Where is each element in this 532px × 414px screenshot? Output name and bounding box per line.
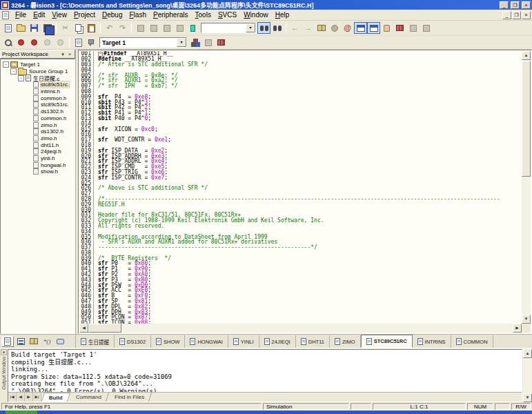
output-tab-build[interactable]: Build [41, 393, 70, 402]
output-vertical-scrollbar[interactable]: ▲ ▼ [523, 349, 532, 402]
code-line[interactable]: 024sfr ISP_CONTR = 0xe7; [79, 175, 522, 180]
code-line[interactable]: 026/* Above is STC additional SFR */ [79, 186, 522, 191]
file-tab-7[interactable]: ZIMO [330, 335, 361, 348]
output-close-icon[interactable]: × [1, 349, 7, 355]
coverage-button[interactable] [406, 22, 420, 34]
tree-item-header[interactable]: stc89c51rc. [1, 81, 75, 88]
prev-bookmark-button[interactable] [173, 22, 186, 34]
templates-tab[interactable] [54, 336, 66, 347]
code-line[interactable]: 007/* sfr IPH = 0xb7; */ [79, 83, 522, 89]
tree-item-header[interactable]: show.h [1, 168, 75, 175]
mdi-minimize-button[interactable]: _ [502, 11, 511, 19]
options-for-target-button[interactable] [188, 37, 201, 48]
workspace-menu-icon[interactable]: ▾ [59, 51, 66, 58]
find-button[interactable] [270, 22, 284, 34]
code-line[interactable]: 037-------------------------------------… [79, 245, 522, 250]
translate-file-button[interactable] [72, 37, 85, 48]
kill-all-breakpoints-button[interactable] [54, 37, 67, 48]
tree-item-header[interactable]: common.h [1, 95, 75, 101]
code-line[interactable]: 015sfr XICON = 0xc0; [79, 126, 522, 132]
unindent-button[interactable] [147, 22, 160, 34]
menu-item-view[interactable]: View [48, 10, 70, 19]
save-button[interactable] [28, 22, 41, 34]
code-line[interactable]: 033All rights reserved. [79, 224, 522, 229]
debug-session-button[interactable] [1, 37, 14, 48]
find-combobox[interactable]: ▾ [201, 23, 256, 33]
tree-expander-icon[interactable]: - [3, 61, 9, 68]
workspace-close-icon[interactable]: × [66, 51, 73, 58]
file-tab-8[interactable]: STC89C51RC [361, 335, 413, 348]
tree-item-source-file[interactable]: -生日提醒.c [1, 75, 75, 81]
menu-item-window[interactable]: Window [240, 10, 272, 19]
scroll-left-button[interactable]: ◀ [79, 324, 88, 333]
insert-breakpoint-button[interactable] [14, 37, 28, 48]
output-window-toggle-button[interactable] [367, 22, 380, 34]
tree-item-header[interactable]: dht11.h [1, 141, 75, 148]
find-dropdown-button[interactable]: ▾ [246, 23, 255, 32]
open-file-button[interactable] [14, 22, 28, 34]
paste-button[interactable] [85, 22, 98, 34]
mdi-restore-button[interactable]: ❐ [512, 11, 521, 19]
memory-window-button[interactable] [380, 22, 393, 34]
tree-item-header[interactable]: zimo.h [1, 135, 75, 142]
next-bookmark-button[interactable] [160, 22, 173, 34]
back-button[interactable]: ← [288, 22, 302, 34]
cut-button[interactable]: ✂ [59, 22, 72, 34]
tree-item-header[interactable]: yinli.h [1, 155, 75, 162]
books-tab[interactable] [28, 336, 40, 347]
source-browser-button[interactable] [315, 22, 328, 34]
code-lines[interactable]: 001−#ifndef __AT89X51_H__002#define __AT… [79, 51, 522, 324]
vertical-scroll-thumb[interactable] [522, 61, 531, 177]
menu-item-flash[interactable]: Flash [126, 10, 149, 19]
editor-vertical-scrollbar[interactable]: ▲ ▼ [522, 51, 531, 324]
menu-item-help[interactable]: Help [272, 10, 293, 19]
output-scroll-up-button[interactable]: ▲ [523, 349, 532, 358]
tree-item-header[interactable]: 24jieqi.h [1, 148, 75, 155]
output-tab-find-in-files[interactable]: Find in Files [108, 393, 152, 402]
enable-breakpoint-button[interactable] [28, 37, 41, 48]
menu-item-project[interactable]: Project [70, 10, 99, 19]
functions-tab[interactable]: *() [41, 336, 53, 347]
output-tab-command[interactable]: Command [69, 393, 109, 402]
file-tab-6[interactable]: DHT11 [296, 335, 330, 348]
target-combobox[interactable]: Target 1 ▾ [99, 37, 187, 48]
rebuild-all-button[interactable] [201, 37, 215, 48]
tab-scroll-left-icon[interactable]: ◀ [17, 393, 25, 402]
save-all-button[interactable] [41, 22, 54, 34]
tree-item-header[interactable]: intrins.h [1, 88, 75, 95]
print-button[interactable] [328, 22, 341, 34]
file-tab-5[interactable]: 24JIEQI [259, 335, 296, 348]
mdi-close-button[interactable]: × [522, 11, 531, 19]
scroll-down-button[interactable]: ▼ [522, 315, 531, 324]
download-flash-button[interactable] [215, 37, 228, 48]
code-line[interactable]: 003/* After is STC additional SFR */ [79, 62, 522, 68]
redo-button[interactable]: ↷ [116, 22, 129, 34]
tree-expander-icon[interactable]: - [18, 75, 24, 81]
find-in-files-button[interactable] [257, 22, 270, 34]
menu-item-debug[interactable]: Debug [99, 10, 126, 19]
code-line[interactable]: 013sbit P40 = P4^0; [79, 116, 522, 121]
file-tab-0[interactable]: 生日提醒 [76, 335, 115, 348]
tab-scroll-right-icon[interactable]: ▶ [25, 393, 33, 402]
copy-button[interactable] [72, 22, 85, 34]
file-tab-3[interactable]: HONGWAI [185, 335, 228, 348]
tab-scroll-first-icon[interactable]: |◀ [8, 393, 17, 402]
menu-item-peripherals[interactable]: Peripherals [150, 10, 192, 19]
file-tab-1[interactable]: DS1302 [115, 335, 151, 348]
restore-button[interactable]: ❐ [511, 1, 520, 9]
close-button[interactable]: × [522, 1, 531, 9]
files-tab[interactable] [1, 336, 14, 347]
menu-item-svcs[interactable]: SVCS [215, 10, 240, 19]
code-editor[interactable]: 001−#ifndef __AT89X51_H__002#define __AT… [78, 50, 532, 334]
tree-item-header[interactable]: stc89c51rc. [1, 101, 75, 108]
symbol-window-button[interactable] [393, 22, 406, 34]
analyzer-button[interactable] [420, 22, 433, 34]
output-scroll-down-button[interactable]: ▼ [523, 393, 532, 402]
build-target-button[interactable] [85, 37, 98, 48]
horizontal-scroll-thumb[interactable] [88, 324, 121, 333]
project-window-toggle-button[interactable] [354, 22, 367, 34]
tree-item-header[interactable]: zimo.h [1, 121, 75, 128]
target-dropdown-button[interactable]: ▾ [177, 38, 186, 47]
regs-tab[interactable] [14, 336, 27, 347]
minimize-button[interactable]: _ [500, 1, 509, 9]
